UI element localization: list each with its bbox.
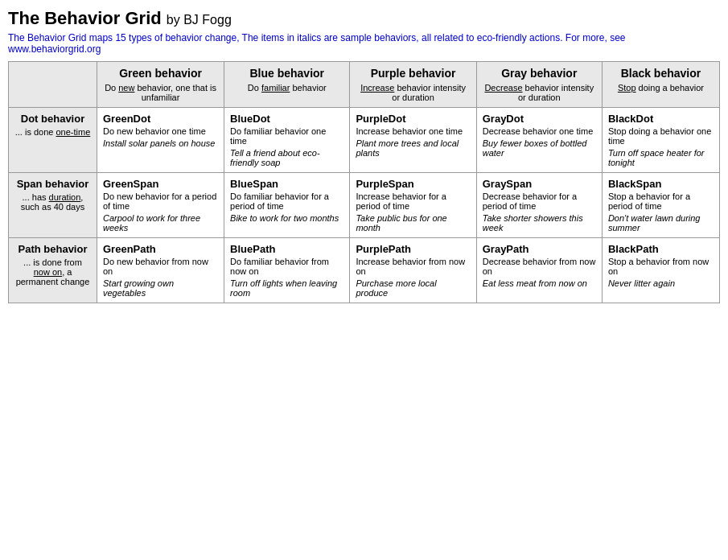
row-header-0: Dot behavior... is done one-time — [9, 108, 97, 173]
cell-0-2: PurpleDotIncrease behavior one timePlant… — [350, 108, 476, 173]
cell-1-2: PurpleSpanIncrease behavior for a period… — [350, 173, 476, 238]
behavior-grid: Green behaviorDo new behavior, one that … — [8, 61, 720, 303]
cell-0-4: BlackDotStop doing a behavior one timeTu… — [602, 108, 719, 173]
col-header-2: Purple behaviorIncrease behavior intensi… — [350, 62, 476, 108]
grid-row-1: Span behavior... has duration, such as 4… — [9, 173, 720, 238]
cell-1-0: GreenSpanDo new behavior for a period of… — [97, 173, 224, 238]
cell-2-1: BluePathDo familiar behavior from now on… — [224, 238, 350, 303]
cell-0-3: GrayDotDecrease behavior one timeBuy few… — [476, 108, 602, 173]
cell-1-3: GraySpanDecrease behavior for a period o… — [476, 173, 602, 238]
cell-1-1: BlueSpanDo familiar behavior for a perio… — [224, 173, 350, 238]
page-title: The Behavior Grid by BJ Fogg — [8, 8, 720, 29]
cell-2-4: BlackPathStop a behavior from now onNeve… — [602, 238, 719, 303]
col-header-1: Blue behaviorDo familiar behavior — [224, 62, 350, 108]
cell-1-4: BlackSpanStop a behavior for a period of… — [602, 173, 719, 238]
col-header-3: Gray behaviorDecrease behavior intensity… — [476, 62, 602, 108]
subtitle: The Behavior Grid maps 15 types of behav… — [8, 32, 720, 55]
col-header-0: Green behaviorDo new behavior, one that … — [97, 62, 224, 108]
title-text: The Behavior Grid — [8, 8, 162, 28]
cell-2-3: GrayPathDecrease behavior from now onEat… — [476, 238, 602, 303]
grid-row-2: Path behavior... is done from now on, a … — [9, 238, 720, 303]
grid-row-0: Dot behavior... is done one-timeGreenDot… — [9, 108, 720, 173]
cell-0-0: GreenDotDo new behavior one timeInstall … — [97, 108, 224, 173]
row-header-2: Path behavior... is done from now on, a … — [9, 238, 97, 303]
corner-cell — [9, 62, 97, 108]
cell-2-0: GreenPathDo new behavior from now onStar… — [97, 238, 224, 303]
row-header-1: Span behavior... has duration, such as 4… — [9, 173, 97, 238]
title-by: by BJ Fogg — [167, 13, 232, 27]
col-header-4: Black behaviorStop doing a behavior — [602, 62, 719, 108]
cell-0-1: BlueDotDo familiar behavior one timeTell… — [224, 108, 350, 173]
cell-2-2: PurplePathIncrease behavior from now onP… — [350, 238, 476, 303]
